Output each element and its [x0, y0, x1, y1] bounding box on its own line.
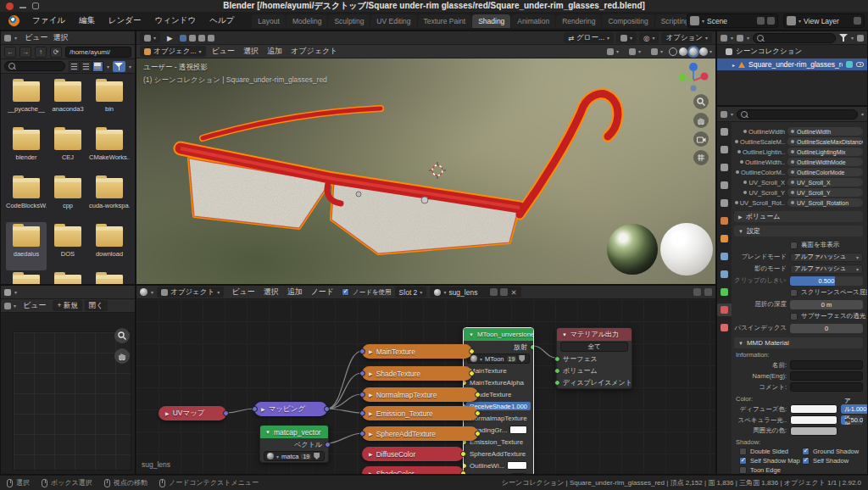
- image-editor-canvas[interactable]: [1, 313, 135, 474]
- tool-tile-icon[interactable]: [198, 35, 205, 42]
- blender-logo-icon[interactable]: [8, 15, 19, 26]
- back-button[interactable]: ←: [4, 47, 16, 58]
- properties-tab[interactable]: [717, 268, 732, 281]
- solid-shading-button[interactable]: [679, 47, 687, 56]
- folder-item[interactable]: bin: [89, 77, 130, 125]
- properties-search-input[interactable]: [737, 109, 858, 120]
- camera-view-icon[interactable]: [693, 131, 709, 147]
- outliner-object-row[interactable]: ▸ Square_under-rim_glasses_red: [717, 58, 867, 70]
- refresh-button[interactable]: ⟳: [50, 47, 62, 58]
- menu-item[interactable]: レンダー: [103, 14, 147, 28]
- workspace-tab[interactable]: Sculpting: [328, 14, 370, 28]
- refraction-depth-field[interactable]: 0 m: [790, 300, 863, 309]
- funnel-icon[interactable]: [839, 34, 848, 42]
- folder-item[interactable]: anaconda3: [48, 77, 87, 125]
- properties-tab[interactable]: [717, 321, 732, 334]
- properties-tab[interactable]: [717, 161, 732, 174]
- fake-user-icon[interactable]: [490, 288, 498, 296]
- alpha-slider[interactable]: アルフ1.000: [841, 404, 867, 414]
- settings-section[interactable]: ▼設定: [734, 226, 863, 237]
- menu-item[interactable]: 追加: [283, 287, 307, 297]
- collapse-arrow-icon[interactable]: ▶: [369, 431, 373, 437]
- copy-material-icon[interactable]: [500, 288, 508, 296]
- custom-property-target[interactable]: UV_Scroll_Y: [787, 188, 863, 197]
- node-collapsed[interactable]: ▶ DiffuseColor: [362, 447, 464, 461]
- workspace-tab[interactable]: UV Editing: [370, 14, 416, 28]
- mmd-shadow-checkbox[interactable]: Double Sided: [739, 448, 800, 455]
- unlink-material-icon[interactable]: ✕: [510, 288, 516, 297]
- folder-item[interactable]: DOS: [48, 222, 87, 270]
- proportional-edit-icon[interactable]: ◎▾: [639, 32, 659, 43]
- diffuse-color-swatch[interactable]: [790, 404, 837, 414]
- custom-property-target[interactable]: OutlineScaleMaxDistance: [787, 137, 863, 146]
- node-collapsed[interactable]: ▶ マッピング: [254, 402, 327, 416]
- perspective-toggle-icon[interactable]: [693, 150, 709, 165]
- color-field[interactable]: [507, 461, 527, 470]
- folder-item[interactable]: cpp: [48, 174, 87, 222]
- editor-type-icon[interactable]: [4, 289, 11, 296]
- collapse-arrow-icon[interactable]: ▶: [369, 348, 373, 354]
- rendered-shading-button[interactable]: [699, 47, 708, 56]
- wireframe-shading-button[interactable]: [669, 47, 677, 56]
- menu-item[interactable]: 選択: [259, 287, 283, 297]
- editor-type-icon[interactable]: [4, 35, 11, 42]
- mode-dropdown[interactable]: オブジェク...▾: [140, 46, 206, 57]
- node-collapsed[interactable]: ▶ SphereAddTexture: [362, 426, 478, 441]
- view-menu[interactable]: ビュー: [19, 299, 50, 312]
- toon-edge-checkbox[interactable]: Toon Edge: [739, 466, 800, 474]
- mmd-shadow-checkbox[interactable]: Self Shadow Map: [739, 457, 800, 465]
- mmd-shadow-checkbox[interactable]: Self Shadow: [802, 457, 863, 465]
- folder-item[interactable]: daedalus: [6, 222, 47, 270]
- new-scene-icon[interactable]: [757, 17, 765, 25]
- node-group-selector[interactable]: ▾ matca 19: [264, 451, 325, 461]
- menu-item[interactable]: ヘルプ: [203, 14, 240, 28]
- vertical-list-display-button[interactable]: [69, 61, 80, 72]
- menu-item[interactable]: 選択: [239, 46, 263, 56]
- collapse-arrow-icon[interactable]: ▶: [261, 406, 265, 412]
- workspace-tab[interactable]: Animation: [511, 14, 555, 28]
- tool-tile-icon[interactable]: [208, 35, 214, 42]
- workspace-tab[interactable]: Modeling: [287, 14, 328, 28]
- collapse-arrow-icon[interactable]: ▶: [369, 471, 373, 474]
- menu-item[interactable]: 編集: [73, 14, 101, 28]
- custom-property-target[interactable]: OutlineLightingMix: [787, 148, 863, 156]
- path-input[interactable]: [65, 47, 131, 58]
- mmd-name-input[interactable]: [790, 360, 863, 370]
- collapse-arrow-icon[interactable]: ▶: [369, 392, 373, 398]
- fake-user-shield-icon[interactable]: [519, 355, 525, 362]
- menu-item[interactable]: ウィンドウ: [149, 14, 203, 28]
- menu-item[interactable]: ノード: [307, 287, 338, 297]
- properties-tab[interactable]: [717, 125, 732, 138]
- pan-hand-icon[interactable]: [114, 348, 130, 364]
- screen-space-refraction-checkbox[interactable]: スクリーンスペース屈折: [790, 288, 867, 297]
- shadow-mode-dropdown[interactable]: アルファハッシュ▾: [790, 264, 863, 274]
- object-visibility-dropdown[interactable]: ▾: [603, 46, 623, 57]
- folder-item[interactable]: __pycache__: [6, 77, 47, 125]
- view-layer-selector[interactable]: ▾ View Layer: [783, 14, 865, 28]
- pan-hand-icon[interactable]: [693, 113, 709, 128]
- mmd-name-eng-input[interactable]: [790, 371, 863, 381]
- open-image-button[interactable]: 開く: [85, 300, 108, 311]
- tool-tile-icon[interactable]: [189, 35, 196, 42]
- menu-item[interactable]: ビュー: [208, 46, 239, 56]
- menu-item[interactable]: 追加: [263, 46, 287, 56]
- filter-icon[interactable]: [737, 35, 743, 42]
- collapse-arrow-icon[interactable]: ▶: [165, 410, 170, 416]
- axis-gizmo[interactable]: [675, 60, 712, 97]
- mmd-comment-input[interactable]: [790, 382, 863, 392]
- node-input-socket[interactable]: SphereAddTexture: [464, 448, 533, 459]
- slot-dropdown[interactable]: Slot 2▾: [395, 287, 427, 298]
- thumbnail-display-button[interactable]: [92, 61, 103, 72]
- pin-icon[interactable]: [693, 288, 701, 296]
- mmd-shadow-checkbox[interactable]: Ground Shadow: [802, 448, 863, 455]
- node-collapsed[interactable]: ▶ ShadeColor: [362, 466, 464, 474]
- active-tool-icon[interactable]: ▾: [140, 32, 160, 43]
- outliner-search-input[interactable]: [753, 33, 836, 43]
- unlink-scene-icon[interactable]: [767, 17, 775, 25]
- volume-section[interactable]: ▶ボリューム: [734, 211, 863, 222]
- clip-threshold-slider[interactable]: 0.500: [790, 276, 863, 286]
- image-icon[interactable]: [4, 303, 11, 309]
- properties-tab[interactable]: [717, 286, 732, 298]
- display-mode-icon[interactable]: [721, 35, 727, 42]
- node-input-socket[interactable]: UV_Anima...: [464, 471, 533, 474]
